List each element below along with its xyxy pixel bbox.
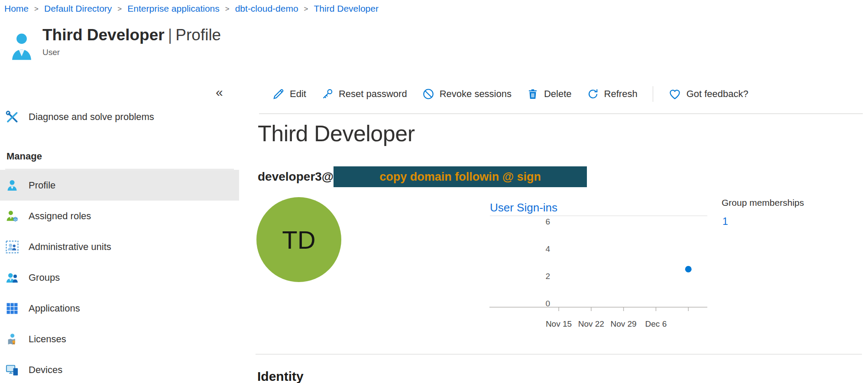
sidebar-item-groups[interactable]: Groups xyxy=(0,262,239,293)
tools-icon xyxy=(6,110,19,123)
toolbar-divider xyxy=(653,86,653,102)
sidebar-menu: Profile Assigned roles xyxy=(0,170,239,383)
sidebar-item-label: Groups xyxy=(29,272,60,283)
sidebar-item-devices[interactable]: Devices xyxy=(0,354,239,383)
grid-icon xyxy=(6,302,19,315)
breadcrumb-separator: > xyxy=(304,4,308,13)
breadcrumb-separator: > xyxy=(225,4,230,13)
button-label: Refresh xyxy=(604,88,638,100)
email-prefix: developer3@ xyxy=(258,170,334,184)
sidebar-item-diagnose-and-solve-problems[interactable]: Diagnose and solve problems xyxy=(0,107,239,127)
breadcrumb-separator: > xyxy=(34,4,39,13)
admin-units-icon xyxy=(6,240,19,253)
svg-text:6: 6 xyxy=(545,217,550,226)
person-icon xyxy=(6,179,19,192)
button-label: Edit xyxy=(290,88,306,100)
svg-text:Dec 6: Dec 6 xyxy=(645,319,667,328)
pencil-icon xyxy=(272,88,285,100)
delete-button[interactable]: Delete xyxy=(527,88,572,100)
block-icon xyxy=(422,88,434,100)
section-divider xyxy=(256,354,862,354)
object-type-label: User xyxy=(42,48,221,57)
trash-icon xyxy=(527,88,539,100)
breadcrumb-separator: > xyxy=(117,4,122,13)
page-title-name: Third Developer xyxy=(42,26,165,44)
page-title: Third Developer|Profile xyxy=(42,26,221,44)
revoke-sessions-button[interactable]: Revoke sessions xyxy=(422,88,512,100)
sign-ins-chart: User Sign-ins 0246Nov 15Nov 22Nov 29Dec … xyxy=(476,191,745,338)
svg-text:Nov 22: Nov 22 xyxy=(578,319,604,328)
person-role-icon xyxy=(6,210,19,223)
page-title-section: Profile xyxy=(175,26,221,44)
identity-section-heading: Identity xyxy=(257,369,304,383)
sidebar-item-applications[interactable]: Applications xyxy=(0,293,239,324)
user-principal-name: developer3@ copy domain followin @ sign xyxy=(258,166,587,187)
reset-password-button[interactable]: Reset password xyxy=(321,88,407,100)
refresh-button[interactable]: Refresh xyxy=(587,88,638,100)
got-feedback-button[interactable]: Got feedback? xyxy=(668,88,748,101)
button-label: Reset password xyxy=(339,88,407,100)
sidebar-item-profile[interactable]: Profile xyxy=(0,170,239,201)
breadcrumb-home[interactable]: Home xyxy=(4,3,29,14)
sidebar-collapse-button[interactable]: « xyxy=(216,86,223,99)
svg-text:Nov 15: Nov 15 xyxy=(546,319,572,328)
heart-icon xyxy=(668,88,681,101)
devices-icon xyxy=(6,364,19,377)
avatar: TD xyxy=(256,197,341,282)
page-header: Third Developer|Profile User xyxy=(10,26,221,63)
sidebar-item-label: Profile xyxy=(29,180,55,191)
sidebar-item-licenses[interactable]: Licenses xyxy=(0,324,239,354)
breadcrumb-enterprise-applications[interactable]: Enterprise applications xyxy=(127,3,219,14)
sidebar-section-manage: Manage xyxy=(6,151,42,162)
user-icon xyxy=(10,30,34,63)
sidebar-item-label: Diagnose and solve problems xyxy=(29,111,154,123)
group-memberships-count-link[interactable]: 1 xyxy=(722,216,728,227)
signin-data-point xyxy=(685,266,692,273)
svg-text:2: 2 xyxy=(545,272,550,281)
sidebar-divider xyxy=(5,169,234,169)
command-bar: Edit Reset password Revoke sessions De xyxy=(272,84,748,104)
user-display-name: Third Developer xyxy=(258,120,415,146)
sidebar: « Diagnose and solve problems Manage Pro… xyxy=(0,65,239,383)
email-domain-redaction: copy domain followin @ sign xyxy=(334,166,587,187)
refresh-icon xyxy=(587,88,599,100)
button-label: Revoke sessions xyxy=(440,88,512,100)
sidebar-item-label: Applications xyxy=(29,303,80,314)
edit-button[interactable]: Edit xyxy=(272,88,306,100)
sidebar-item-label: Administrative units xyxy=(29,241,111,253)
key-icon xyxy=(321,88,334,100)
sidebar-item-label: Licenses xyxy=(29,334,66,345)
sidebar-item-assigned-roles[interactable]: Assigned roles xyxy=(0,201,239,231)
page-title-separator: | xyxy=(165,26,176,44)
button-label: Delete xyxy=(544,88,572,100)
sign-ins-plot: 0246Nov 15Nov 22Nov 29Dec 6 xyxy=(476,191,745,338)
svg-text:Nov 29: Nov 29 xyxy=(610,319,636,328)
breadcrumb-default-directory[interactable]: Default Directory xyxy=(44,3,112,14)
button-label: Got feedback? xyxy=(687,88,748,100)
breadcrumb-dbt-cloud-demo[interactable]: dbt-cloud-demo xyxy=(235,3,298,14)
groups-icon xyxy=(6,271,19,284)
breadcrumb: Home > Default Directory > Enterprise ap… xyxy=(4,3,379,14)
breadcrumb-third-developer[interactable]: Third Developer xyxy=(314,3,379,14)
svg-text:0: 0 xyxy=(545,299,550,308)
license-icon xyxy=(6,333,19,346)
user-profile-page: Home > Default Directory > Enterprise ap… xyxy=(0,0,868,383)
svg-text:4: 4 xyxy=(545,244,550,253)
sidebar-item-administrative-units[interactable]: Administrative units xyxy=(0,231,239,262)
sidebar-item-label: Devices xyxy=(29,364,62,376)
content-divider xyxy=(259,114,863,114)
group-memberships-label: Group memberships xyxy=(722,198,804,208)
sidebar-item-label: Assigned roles xyxy=(29,211,91,222)
